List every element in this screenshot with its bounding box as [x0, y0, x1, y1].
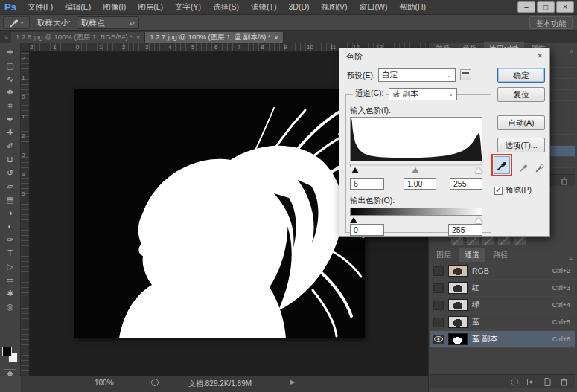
trash-icon[interactable]	[560, 176, 569, 185]
panel-menu-icon[interactable]: ≡	[569, 254, 575, 262]
document-tab[interactable]: 1.2.8.jpg @ 100% (图层 1, RGB/8#) * ×	[11, 32, 145, 43]
tab-close-icon[interactable]: ×	[136, 34, 140, 42]
input-shadow-field[interactable]: 6	[350, 178, 384, 190]
gray-point-eyedropper[interactable]	[515, 158, 532, 176]
menu-item[interactable]: 视图(V)	[316, 1, 353, 14]
dodge-tool[interactable]: ◐	[0, 220, 20, 233]
dock-collapse-icon[interactable]: »	[0, 34, 11, 43]
menu-item[interactable]: 窗口(W)	[354, 1, 393, 14]
document-tab-active[interactable]: 1.2.7.jpg @ 100% (图层 1, 蓝 副本/8) * ×	[145, 32, 284, 43]
dialog-close-icon[interactable]: ×	[537, 50, 543, 61]
panel-footer-button[interactable]	[482, 237, 494, 245]
panel-footer-button[interactable]	[514, 237, 526, 245]
eraser-tool[interactable]: ▱	[0, 180, 20, 193]
channel-row-red[interactable]: 红 Ctrl+3	[430, 280, 575, 297]
color-swatches[interactable]	[2, 347, 19, 363]
clone-stamp-tool[interactable]: ⊔	[0, 153, 20, 166]
input-highlight-slider[interactable]	[475, 167, 482, 173]
type-tool[interactable]: T	[0, 247, 20, 260]
delete-channel-icon[interactable]	[559, 377, 569, 387]
visibility-toggle[interactable]	[433, 283, 444, 293]
input-highlight-field[interactable]: 255	[450, 178, 482, 190]
panel-footer-button[interactable]	[498, 237, 510, 245]
canvas-image[interactable]: hijia.com 之	[74, 89, 365, 338]
foreground-color-swatch[interactable]	[2, 347, 12, 356]
status-corner	[0, 376, 21, 392]
output-highlight-field[interactable]: 255	[448, 224, 482, 236]
channel-row-green[interactable]: 绿 Ctrl+4	[430, 297, 575, 314]
visibility-toggle[interactable]	[433, 301, 444, 310]
sample-size-label: 取样大小:	[37, 18, 71, 28]
maximize-button[interactable]: □	[537, 1, 555, 13]
tab-layers[interactable]: 图层	[430, 248, 457, 262]
channel-row-rgb[interactable]: RGB Ctrl+2	[430, 263, 575, 280]
move-tool[interactable]: ✛	[0, 46, 20, 59]
tab-close-icon[interactable]: ×	[274, 34, 278, 42]
marquee-tool[interactable]: ▢	[0, 60, 20, 72]
tab-paths[interactable]: 路径	[487, 248, 514, 262]
zoom-level-field[interactable]: 100%	[95, 379, 114, 387]
preset-dropdown[interactable]: 自定⌄	[378, 68, 456, 82]
save-selection-icon[interactable]	[526, 377, 536, 387]
zoom-tool[interactable]: ◎	[0, 301, 20, 313]
checkbox-checked-icon[interactable]	[494, 187, 503, 195]
hand-tool[interactable]: ✱	[0, 287, 20, 300]
crop-tool[interactable]: ⌗	[0, 100, 20, 112]
white-point-eyedropper[interactable]	[532, 158, 548, 176]
output-shadow-slider[interactable]	[350, 217, 357, 223]
eyedropper-tool[interactable]: ✒	[0, 113, 20, 126]
preview-checkbox[interactable]: 预览(P)	[494, 185, 532, 196]
menu-item[interactable]: 图层(L)	[133, 1, 168, 14]
history-brush-tool[interactable]: ↺	[0, 167, 20, 179]
menu-item[interactable]: 文件(F)	[22, 1, 58, 14]
quick-selection-tool[interactable]: ❖	[0, 86, 20, 99]
panel-footer-button[interactable]	[467, 237, 479, 245]
minimize-button[interactable]: –	[517, 1, 535, 13]
new-channel-icon[interactable]	[543, 377, 552, 387]
current-tool-button[interactable]: ▾	[3, 16, 30, 29]
visibility-toggle[interactable]	[433, 335, 444, 344]
lasso-tool[interactable]: ∿	[0, 73, 20, 86]
input-midtone-slider[interactable]	[412, 167, 419, 173]
load-selection-icon[interactable]	[510, 377, 520, 387]
tool-buttons: ✛▢∿❖⌗✒✚✐⊔↺▱▤◑◐✑T▷▭✱◎	[0, 46, 20, 313]
menu-item[interactable]: 文字(Y)	[170, 1, 206, 14]
tab-channels[interactable]: 通道	[459, 248, 485, 262]
channel-dropdown[interactable]: 蓝 副本⌄	[389, 88, 457, 100]
menu-item[interactable]: 编辑(E)	[60, 1, 96, 14]
dock-collapse-icon[interactable]: »	[570, 48, 575, 55]
options-button[interactable]: 选项(T)...	[497, 138, 545, 152]
pen-tool[interactable]: ✑	[0, 234, 20, 246]
menu-item[interactable]: 3D(D)	[284, 1, 315, 14]
preset-menu-button[interactable]	[460, 69, 471, 80]
vertical-ruler-numbers: 21012345	[22, 55, 29, 210]
channel-row-blue[interactable]: 蓝 Ctrl+5	[430, 314, 575, 331]
output-highlight-slider[interactable]	[475, 217, 482, 223]
status-expander-icon[interactable]: ▶	[290, 379, 295, 385]
panel-footer-button[interactable]	[451, 237, 463, 245]
menu-item[interactable]: 图像(I)	[98, 1, 131, 14]
input-gamma-field[interactable]: 1.00	[404, 178, 436, 190]
healing-brush-tool[interactable]: ✚	[0, 126, 20, 139]
channel-row-blue-copy-selected[interactable]: 蓝 副本 Ctrl+6	[430, 331, 575, 348]
auto-button[interactable]: 自动(A)	[497, 115, 545, 130]
reset-button[interactable]: 复位	[497, 87, 545, 102]
close-button[interactable]: ×	[556, 1, 574, 13]
output-shadow-field[interactable]: 0	[350, 224, 384, 236]
menu-item[interactable]: 选择(S)	[208, 1, 244, 14]
visibility-toggle[interactable]	[433, 266, 444, 276]
blur-tool[interactable]: ◑	[0, 207, 20, 219]
menu-item[interactable]: 滤镜(T)	[246, 1, 281, 14]
visibility-toggle[interactable]	[433, 318, 444, 327]
chevron-down-icon: ▾	[21, 20, 24, 26]
input-shadow-slider[interactable]	[351, 167, 359, 173]
menu-item[interactable]: 帮助(H)	[394, 1, 431, 14]
gradient-tool[interactable]: ▤	[0, 193, 20, 206]
channels-panel-footer	[430, 374, 575, 388]
brush-tool[interactable]: ✐	[0, 140, 20, 152]
workspace-button[interactable]: 基本功能	[529, 16, 573, 29]
path-selection-tool[interactable]: ▷	[0, 260, 20, 273]
ok-button[interactable]: 确定	[497, 68, 545, 83]
rectangle-tool[interactable]: ▭	[0, 274, 20, 286]
sample-size-dropdown[interactable]: 取样点 ▴▾	[77, 16, 139, 29]
